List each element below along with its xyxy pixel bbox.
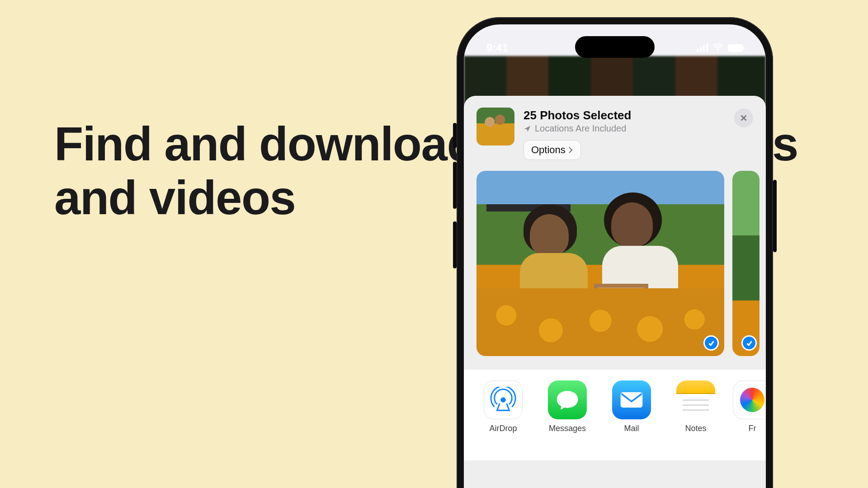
photo-preview[interactable] xyxy=(732,171,760,356)
share-target-freeform[interactable]: Fr xyxy=(739,380,766,433)
share-target-label: Notes xyxy=(685,424,706,433)
freeform-icon xyxy=(733,380,766,419)
share-sheet: 25 Photos Selected Locations Are Include… xyxy=(464,96,766,488)
photo-preview[interactable] xyxy=(476,171,724,356)
phone-screen: 9:41 25 Photos Selected xyxy=(464,24,766,488)
iphone-mockup: 9:41 25 Photos Selected xyxy=(457,17,773,488)
battery-icon xyxy=(728,44,743,52)
share-target-label: Mail xyxy=(624,424,639,433)
selection-subtitle: Locations Are Included xyxy=(524,123,725,134)
phone-side-button xyxy=(453,162,457,209)
share-target-label: AirDrop xyxy=(489,424,517,433)
share-target-messages[interactable]: Messages xyxy=(546,380,589,433)
phone-side-button xyxy=(773,180,777,252)
selection-thumbnail[interactable] xyxy=(476,108,514,145)
phone-side-button xyxy=(453,123,457,148)
location-arrow-icon xyxy=(524,125,531,132)
chevron-right-icon xyxy=(568,146,573,154)
options-button[interactable]: Options xyxy=(524,140,581,160)
selection-title: 25 Photos Selected xyxy=(524,108,725,122)
share-target-notes[interactable]: Notes xyxy=(675,380,717,433)
options-button-label: Options xyxy=(531,144,566,156)
selected-checkmark-icon[interactable] xyxy=(741,335,757,351)
status-time: 9:41 xyxy=(486,42,508,54)
close-icon xyxy=(740,114,748,122)
mail-icon xyxy=(612,380,651,419)
status-bar: 9:41 xyxy=(464,39,766,57)
share-target-label: Messages xyxy=(549,424,586,433)
selection-subtitle-text: Locations Are Included xyxy=(535,123,626,134)
share-targets-row[interactable]: AirDrop Messages xyxy=(464,370,766,460)
svg-rect-4 xyxy=(621,392,643,408)
airdrop-icon xyxy=(484,380,523,419)
wifi-icon xyxy=(712,44,723,52)
photo-preview-row[interactable] xyxy=(464,168,766,356)
selected-checkmark-icon[interactable] xyxy=(703,335,719,351)
close-button[interactable] xyxy=(734,108,753,127)
messages-icon xyxy=(548,380,587,419)
phone-side-button xyxy=(453,221,457,268)
share-target-mail[interactable]: Mail xyxy=(610,380,653,433)
share-target-airdrop[interactable]: AirDrop xyxy=(482,380,524,433)
notes-icon xyxy=(676,380,715,419)
svg-point-3 xyxy=(500,397,506,403)
share-target-label: Fr xyxy=(749,424,756,433)
cellular-signal-icon xyxy=(697,44,708,52)
svg-point-0 xyxy=(717,50,718,52)
